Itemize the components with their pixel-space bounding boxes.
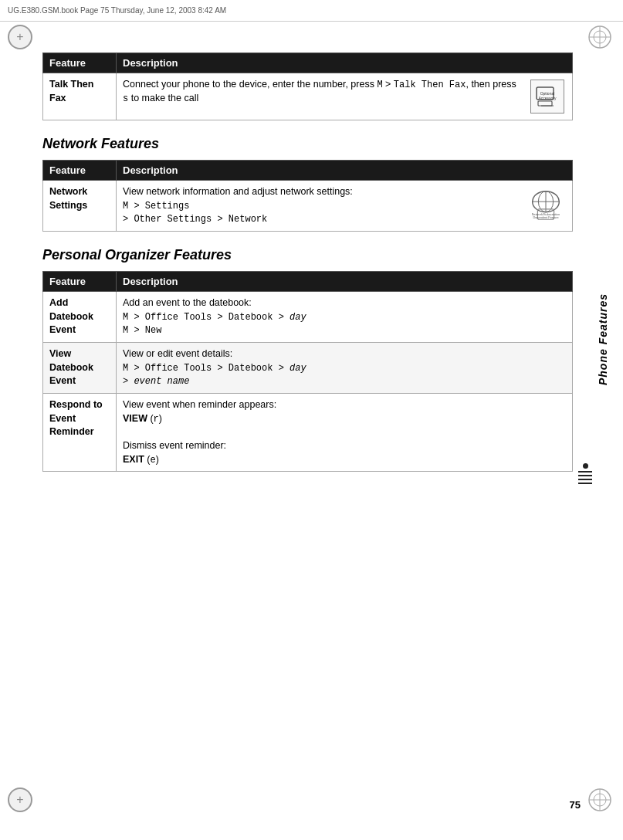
page-container: UG.E380.GSM.book Page 75 Thursday, June … <box>0 0 623 840</box>
col-desc-header-2: Description <box>117 161 573 181</box>
desc-cell-add-event: Add an event to the datebook: M > Office… <box>117 292 573 343</box>
feature-cell-add-event: Add Datebook Event <box>43 292 117 343</box>
feature-name-network: Network Settings <box>49 186 87 211</box>
col-desc-header-3: Description <box>117 272 573 292</box>
talk-then-fax-text: Connect your phone to the device, enter … <box>123 78 523 106</box>
svg-rect-9 <box>538 101 552 106</box>
code-send: s <box>123 93 128 104</box>
svg-text:Dependent Feature: Dependent Feature <box>533 216 558 219</box>
feature-name-view-event: View Datebook Event <box>49 348 93 386</box>
talk-then-fax-table: Feature Description Talk Then Fax Connec… <box>42 52 573 120</box>
personal-organizer-heading: Personal Organizer Features <box>42 247 573 263</box>
exit-label: EXIT <box>123 454 144 465</box>
network-features-heading: Network Features <box>42 136 573 152</box>
feature-cell-network: Network Settings <box>43 181 117 232</box>
feature-cell-respond: Respond to Event Reminder <box>43 394 117 472</box>
network-features-table: Feature Description Network Settings Vie… <box>42 160 573 232</box>
optional-accessory-icon: Optional Accessory <box>529 78 566 115</box>
svg-text:Accessory: Accessory <box>538 96 557 100</box>
feature-name: Talk Then Fax <box>49 79 93 103</box>
corner-decoration-bl <box>8 788 36 815</box>
table-row: Network Settings View network informatio… <box>43 181 573 232</box>
code-network-1: M > Settings <box>123 201 189 212</box>
network-subscription-icon: Network/Subscription Dependent Feature <box>526 185 566 225</box>
code-view-btn: r <box>154 414 159 425</box>
corner-decoration-tr <box>587 25 615 52</box>
table-row: Talk Then Fax Connect your phone to the … <box>43 73 573 120</box>
view-label: VIEW <box>123 413 147 424</box>
col-feature-header-3: Feature <box>43 272 117 292</box>
col-desc-header-1: Description <box>117 53 573 73</box>
desc-cell-talk-then-fax: Connect your phone to the device, enter … <box>117 73 573 120</box>
feature-name-respond: Respond to Event Reminder <box>49 399 103 437</box>
feature-cell-view-event: View Datebook Event <box>43 343 117 394</box>
personal-organizer-table: Feature Description Add Datebook Event A… <box>42 271 573 472</box>
table-row: View Datebook Event View or edit event d… <box>43 343 573 394</box>
page-number: 75 <box>570 799 581 811</box>
network-settings-text: View network information and adjust netw… <box>123 185 520 226</box>
code-add-1: M > Office Tools > Datebook > day <box>123 312 306 323</box>
feature-cell-talk-then-fax: Talk Then Fax <box>43 73 117 120</box>
code-menu: M <box>377 80 382 90</box>
desc-cell-network: View network information and adjust netw… <box>117 181 573 232</box>
side-decoration <box>578 463 592 484</box>
corner-decoration-tl <box>8 25 36 52</box>
table-row: Add Datebook Event Add an event to the d… <box>43 292 573 343</box>
code-network-2: > Other Settings > Network <box>123 214 267 225</box>
code-talk-then-fax: Talk Then Fax <box>394 80 466 90</box>
optional-accessory-svg: Optional Accessory <box>533 83 561 110</box>
table-row: Respond to Event Reminder View event whe… <box>43 394 573 472</box>
header-text: UG.E380.GSM.book Page 75 Thursday, June … <box>8 6 226 15</box>
desc-cell-view-event: View or edit event details: M > Office T… <box>117 343 573 394</box>
code-view-1: M > Office Tools > Datebook > day <box>123 363 306 374</box>
col-feature-header-2: Feature <box>43 161 117 181</box>
col-feature-header-1: Feature <box>43 53 117 73</box>
code-view-2: > event name <box>123 376 189 387</box>
main-content: Feature Description Talk Then Fax Connec… <box>42 52 573 794</box>
code-add-2: M > New <box>123 325 161 336</box>
svg-text:Network/Subscription: Network/Subscription <box>532 213 560 216</box>
desc-cell-respond: View event when reminder appears: VIEW (… <box>117 394 573 472</box>
phone-features-label: Phone Features <box>597 293 609 385</box>
corner-decoration-br <box>587 788 615 815</box>
network-icon-svg: Network/Subscription Dependent Feature <box>526 185 566 226</box>
code-exit-btn: e <box>150 455 155 466</box>
feature-name-add-event: Add Datebook Event <box>49 297 93 335</box>
page-header: UG.E380.GSM.book Page 75 Thursday, June … <box>0 0 623 22</box>
